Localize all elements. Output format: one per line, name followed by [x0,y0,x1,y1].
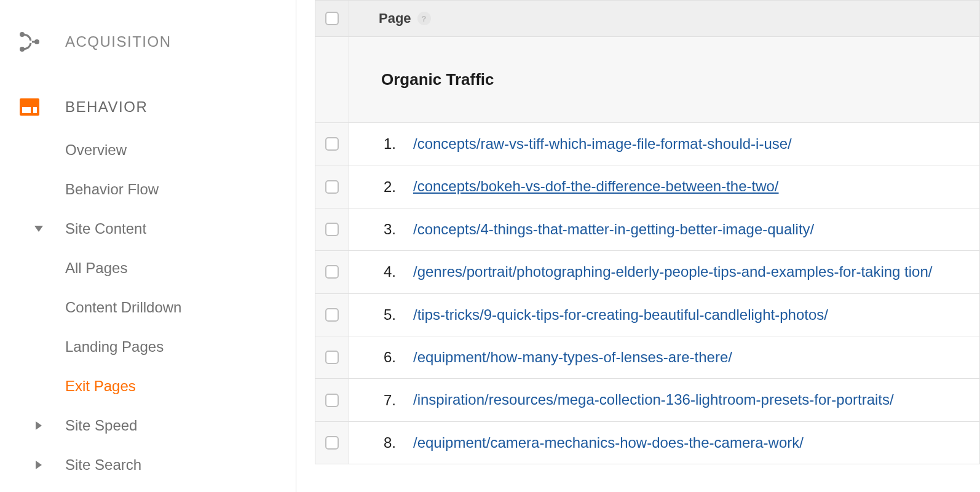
svg-rect-4 [22,107,31,113]
column-header-label: Page [379,10,411,26]
row-number: 3. [366,221,396,238]
row-checkbox-cell[interactable] [315,208,349,250]
page-link[interactable]: /inspiration/resources/mega-collection-1… [413,390,894,410]
page-link[interactable]: /concepts/bokeh-vs-dof-the-difference-be… [413,177,779,196]
row-checkbox-cell[interactable] [315,251,349,293]
nav-item-content-drilldown[interactable]: Content Drilldown [0,288,296,327]
checkbox-icon [325,265,339,279]
nav-item-exit-pages[interactable]: Exit Pages [0,367,296,406]
row-content: 8./equipment/camera-mechanics-how-does-t… [349,422,979,464]
table-row: 7./inspiration/resources/mega-collection… [315,379,980,421]
nav-item-site-content[interactable]: Site Content [0,209,296,248]
row-checkbox-cell[interactable] [315,422,349,464]
segment-blank-col [315,37,349,122]
page-link[interactable]: /concepts/raw-vs-tiff-which-image-file-f… [413,134,792,154]
row-checkbox-cell[interactable] [315,123,349,165]
table-row: 8./equipment/camera-mechanics-how-does-t… [315,422,980,464]
row-checkbox-cell[interactable] [315,336,349,378]
nav-item-site-speed[interactable]: Site Speed [0,406,296,445]
help-icon[interactable]: ? [417,12,431,25]
table-row: 6./equipment/how-many-types-of-lenses-ar… [315,336,980,379]
nav-label: Site Search [65,456,141,474]
checkbox-icon [325,436,339,450]
nav-section-behavior[interactable]: BEHAVIOR [0,84,296,130]
checkbox-icon [325,223,339,236]
page-link[interactable]: /tips-tricks/9-quick-tips-for-creating-b… [413,305,828,325]
nav-section-acquisition[interactable]: ACQUISITION [0,18,296,65]
nav-item-behavior-flow[interactable]: Behavior Flow [65,170,296,209]
row-content: 4./genres/portrait/photographing-elderly… [349,251,979,293]
segment-header: Organic Traffic [315,37,980,123]
checkbox-icon [325,351,339,364]
caret-right-icon [33,421,44,430]
table-row: 5./tips-tricks/9-quick-tips-for-creating… [315,294,980,336]
caret-down-icon [33,226,44,232]
main-content: Page ? Organic Traffic 1./concepts/raw-v… [296,0,980,492]
nav-label: Site Speed [65,417,137,434]
checkbox-icon [325,137,339,151]
site-content-children: All Pages Content Drilldown Landing Page… [0,248,296,406]
table-row: 1./concepts/raw-vs-tiff-which-image-file… [315,123,980,165]
row-checkbox-cell[interactable] [315,165,349,207]
nav-label: Site Content [65,220,146,237]
svg-rect-5 [33,107,37,113]
page-link[interactable]: /equipment/how-many-types-of-lenses-are-… [413,347,732,367]
row-number: 2. [366,178,396,196]
column-header-page[interactable]: Page ? [349,10,431,26]
checkbox-icon [325,12,339,25]
table-body: 1./concepts/raw-vs-tiff-which-image-file… [315,123,980,464]
nav-item-overview[interactable]: Overview [65,130,296,170]
row-content: 5./tips-tricks/9-quick-tips-for-creating… [349,294,979,336]
table-header: Page ? [315,0,980,37]
row-number: 6. [366,349,396,366]
behavior-submenu: Overview Behavior Flow [0,130,296,209]
acquisition-icon [17,30,42,54]
sidebar: ACQUISITION BEHAVIOR Overview Behavior F… [0,0,296,492]
nav-label: ACQUISITION [65,33,172,50]
checkbox-icon [325,308,339,322]
segment-title: Organic Traffic [349,37,494,122]
row-checkbox-cell[interactable] [315,294,349,336]
nav-item-site-search[interactable]: Site Search [0,445,296,485]
caret-right-icon [33,461,44,469]
checkbox-icon [325,394,339,407]
row-number: 8. [366,434,396,451]
page-link[interactable]: /concepts/4-things-that-matter-in-gettin… [413,220,814,239]
table-row: 2./concepts/bokeh-vs-dof-the-difference-… [315,165,980,208]
row-content: 2./concepts/bokeh-vs-dof-the-difference-… [349,165,979,207]
row-content: 6./equipment/how-many-types-of-lenses-ar… [349,336,979,378]
table-row: 3./concepts/4-things-that-matter-in-gett… [315,208,980,251]
behavior-icon [17,95,42,119]
checkbox-icon [325,180,339,194]
row-number: 5. [366,306,396,323]
page-link[interactable]: /genres/portrait/photographing-elderly-p… [413,262,932,282]
row-content: 7./inspiration/resources/mega-collection… [349,379,979,421]
table-row: 4./genres/portrait/photographing-elderly… [315,251,980,293]
nav-item-all-pages[interactable]: All Pages [0,248,296,288]
row-checkbox-cell[interactable] [315,379,349,421]
row-number: 1. [366,135,396,153]
row-content: 3./concepts/4-things-that-matter-in-gett… [349,208,979,250]
select-all-cell[interactable] [315,1,349,36]
nav-item-landing-pages[interactable]: Landing Pages [0,327,296,367]
page-link[interactable]: /equipment/camera-mechanics-how-does-the… [413,433,804,453]
row-content: 1./concepts/raw-vs-tiff-which-image-file… [349,123,979,165]
nav-label: BEHAVIOR [65,98,148,116]
row-number: 7. [366,392,396,409]
row-number: 4. [366,263,396,280]
